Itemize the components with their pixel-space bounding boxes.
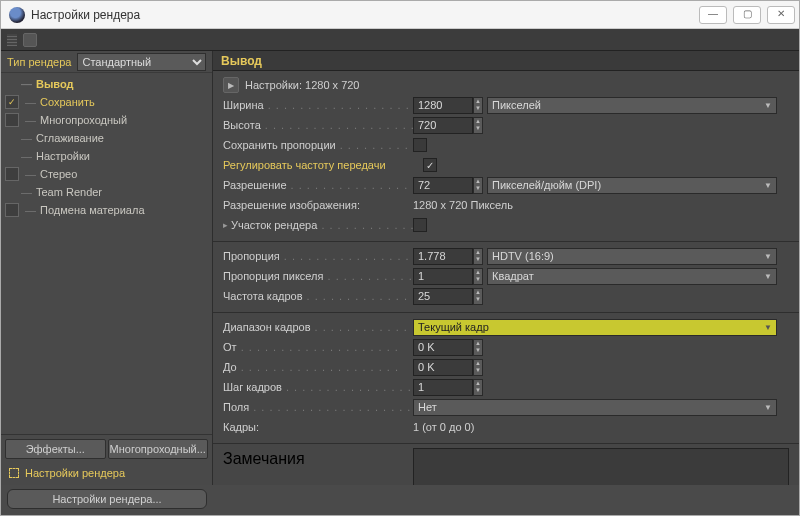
fps-spinner[interactable]: ▲▼: [473, 288, 483, 305]
fps-label: Частота кадров: [223, 290, 413, 302]
checkbox-icon[interactable]: [5, 167, 19, 181]
pixelaspect-spinner[interactable]: ▲▼: [473, 268, 483, 285]
sidebar-item-multipass[interactable]: —Многопроходный: [1, 111, 212, 129]
sidebar-item-label: Вывод: [36, 78, 74, 90]
notes-textarea[interactable]: [413, 448, 789, 485]
height-input[interactable]: [413, 117, 473, 134]
fields-select[interactable]: Нет▼: [413, 399, 777, 416]
region-label: Участок рендера: [231, 219, 413, 231]
aspect-label: Пропорция: [223, 250, 413, 262]
sidebar-item-label: Team Render: [36, 186, 102, 198]
frames-value: 1 (от 0 до 0): [413, 421, 474, 433]
pixelaspect-preset-select[interactable]: Квадрат▼: [487, 268, 777, 285]
sidebar-item-antialias[interactable]: —Сглаживание: [1, 129, 212, 147]
resolution-spinner[interactable]: ▲▼: [473, 177, 483, 194]
to-input[interactable]: [413, 359, 473, 376]
footer: Настройки рендера...: [1, 485, 799, 515]
status-label: Настройки рендера: [25, 467, 125, 479]
height-label: Высота: [223, 119, 413, 131]
close-button[interactable]: ✕: [767, 6, 795, 24]
framerange-label: Диапазон кадров: [223, 321, 413, 333]
sidebar: Тип рендера Стандартный —Вывод ✓—Сохрани…: [1, 51, 213, 485]
toolbar-strip: [1, 29, 799, 51]
sidebar-item-label: Сохранить: [40, 96, 95, 108]
pixelaspect-label: Пропорция пикселя: [223, 270, 413, 282]
window: Настройки рендера — ▢ ✕ Тип рендера Стан…: [0, 0, 800, 516]
width-label: Ширина: [223, 99, 413, 111]
width-unit-select[interactable]: Пикселей▼: [487, 97, 777, 114]
adaptrate-checkbox[interactable]: ✓: [423, 158, 437, 172]
main-body: ▶ Настройки: 1280 x 720 Ширина ▲▼ Пиксел…: [213, 71, 799, 485]
aspect-spinner[interactable]: ▲▼: [473, 248, 483, 265]
window-title: Настройки рендера: [31, 8, 699, 22]
renderer-type-select[interactable]: Стандартный: [77, 53, 206, 71]
to-label: До: [223, 361, 413, 373]
frames-label: Кадры:: [223, 421, 413, 433]
effects-button[interactable]: Эффекты...: [5, 439, 106, 459]
fps-input[interactable]: [413, 288, 473, 305]
imageres-value: 1280 x 720 Пиксель: [413, 199, 513, 211]
main-panel: Вывод ▶ Настройки: 1280 x 720 Ширина ▲▼ …: [213, 51, 799, 485]
resolution-input[interactable]: [413, 177, 473, 194]
checkbox-icon[interactable]: [5, 113, 19, 127]
width-spinner[interactable]: ▲▼: [473, 97, 483, 114]
preset-play-icon[interactable]: ▶: [223, 77, 239, 93]
step-label: Шаг кадров: [223, 381, 413, 393]
main-title: Вывод: [213, 51, 799, 71]
resolution-label: Разрешение: [223, 179, 413, 191]
aspect-input[interactable]: [413, 248, 473, 265]
sidebar-item-label: Стерео: [40, 168, 77, 180]
adaptrate-label: Регулировать частоту передачи: [223, 159, 423, 171]
titlebar: Настройки рендера — ▢ ✕: [1, 1, 799, 29]
lockratio-label: Сохранить пропорции: [223, 139, 413, 151]
sidebar-item-output[interactable]: —Вывод: [1, 75, 212, 93]
multipass-button[interactable]: Многопроходный...: [108, 439, 209, 459]
sidebar-item-label: Подмена материала: [40, 204, 145, 216]
sidebar-item-options[interactable]: —Настройки: [1, 147, 212, 165]
from-spinner[interactable]: ▲▼: [473, 339, 483, 356]
sidebar-item-stereo[interactable]: —Стерео: [1, 165, 212, 183]
sidebar-item-label: Настройки: [36, 150, 90, 162]
sidebar-item-materialoverride[interactable]: —Подмена материала: [1, 201, 212, 219]
region-checkbox[interactable]: [413, 218, 427, 232]
checkbox-icon[interactable]: ✓: [5, 95, 19, 109]
renderer-type-row: Тип рендера Стандартный: [1, 51, 212, 73]
sidebar-item-label: Сглаживание: [36, 132, 104, 144]
sidebar-item-teamrender[interactable]: —Team Render: [1, 183, 212, 201]
sidebar-status: Настройки рендера: [5, 465, 208, 481]
minimize-button[interactable]: —: [699, 6, 727, 24]
step-spinner[interactable]: ▲▼: [473, 379, 483, 396]
status-icon: [9, 468, 19, 478]
app-icon: [9, 7, 25, 23]
height-spinner[interactable]: ▲▼: [473, 117, 483, 134]
notes-label: Замечания: [223, 448, 413, 468]
pixelaspect-input[interactable]: [413, 268, 473, 285]
to-spinner[interactable]: ▲▼: [473, 359, 483, 376]
aspect-preset-select[interactable]: HDTV (16:9)▼: [487, 248, 777, 265]
toolbar-icon[interactable]: [23, 33, 37, 47]
lockratio-checkbox[interactable]: [413, 138, 427, 152]
sidebar-bottom: Эффекты... Многопроходный... Настройки р…: [1, 434, 212, 485]
framerange-select[interactable]: Текущий кадр▼: [413, 319, 777, 336]
sidebar-tree: —Вывод ✓—Сохранить —Многопроходный —Сгла…: [1, 73, 212, 434]
imageres-label: Разрешение изображения:: [223, 199, 413, 211]
checkbox-icon[interactable]: [5, 203, 19, 217]
grip-icon: [7, 34, 17, 46]
from-input[interactable]: [413, 339, 473, 356]
fields-label: Поля: [223, 401, 413, 413]
width-input[interactable]: [413, 97, 473, 114]
resolution-unit-select[interactable]: Пикселей/дюйм (DPI)▼: [487, 177, 777, 194]
render-settings-button[interactable]: Настройки рендера...: [7, 489, 207, 509]
sidebar-item-label: Многопроходный: [40, 114, 127, 126]
sidebar-item-save[interactable]: ✓—Сохранить: [1, 93, 212, 111]
preset-line: Настройки: 1280 x 720: [245, 79, 360, 91]
content: Тип рендера Стандартный —Вывод ✓—Сохрани…: [1, 51, 799, 485]
renderer-type-label: Тип рендера: [7, 56, 71, 68]
step-input[interactable]: [413, 379, 473, 396]
from-label: От: [223, 341, 413, 353]
maximize-button[interactable]: ▢: [733, 6, 761, 24]
